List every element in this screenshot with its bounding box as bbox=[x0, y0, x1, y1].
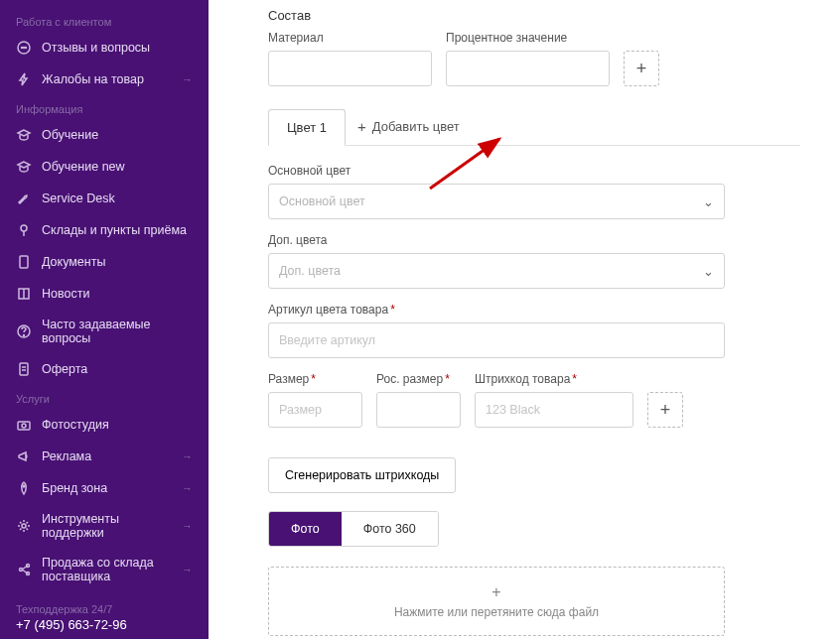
sidebar-item-label: Продажа со склада поставщика bbox=[42, 556, 182, 583]
arrow-right-icon: → bbox=[182, 450, 193, 462]
grad-icon bbox=[16, 159, 32, 175]
svg-point-12 bbox=[22, 424, 26, 428]
tab-photo360[interactable]: Фото 360 bbox=[342, 512, 438, 546]
sidebar-item-label: Фотостудия bbox=[42, 418, 193, 432]
extra-color-placeholder: Доп. цвета bbox=[279, 264, 341, 278]
add-color-button[interactable]: + Добавить цвет bbox=[346, 108, 472, 145]
sidebar-item[interactable]: Инструменты поддержки→ bbox=[0, 504, 209, 548]
arrow-right-icon: → bbox=[182, 73, 193, 85]
photo-tabs: Фото Фото 360 bbox=[268, 511, 439, 547]
dropzone-label: Нажмите или перетяните сюда файл bbox=[394, 605, 599, 619]
sidebar-item-label: Обучение new bbox=[42, 160, 193, 174]
percent-label: Процентное значение bbox=[446, 31, 610, 45]
doc-icon bbox=[16, 254, 32, 270]
sidebar-item[interactable]: Оферта bbox=[0, 353, 209, 385]
support-phone: +7 (495) 663-72-96 bbox=[16, 617, 193, 632]
sidebar-section-title: Услуги bbox=[0, 385, 209, 409]
grad-icon bbox=[16, 127, 32, 143]
arrow-right-icon: → bbox=[182, 564, 193, 575]
gear-icon bbox=[16, 518, 32, 534]
sidebar-item-label: Service Desk bbox=[42, 192, 193, 205]
book-icon bbox=[16, 286, 32, 302]
barcode-label: Штрихкод товара* bbox=[475, 372, 633, 386]
sku-label: Артикул цвета товара* bbox=[268, 303, 725, 317]
size-label: Размер* bbox=[268, 372, 362, 386]
chevron-down-icon: ⌄ bbox=[703, 264, 714, 279]
add-size-button[interactable]: + bbox=[647, 392, 683, 428]
sidebar-item[interactable]: Часто задаваемые вопросы bbox=[0, 310, 209, 353]
color-tabs: Цвет 1 + Добавить цвет bbox=[268, 108, 800, 146]
sidebar-item-label: Новости bbox=[42, 287, 193, 301]
sidebar-item-label: Бренд зона bbox=[42, 481, 182, 495]
sidebar-item-label: Жалобы на товар bbox=[42, 72, 182, 86]
sidebar-item-label: Обучение bbox=[42, 128, 193, 142]
sidebar-item[interactable]: Обучение bbox=[0, 119, 209, 151]
extra-color-select[interactable]: Доп. цвета ⌄ bbox=[268, 253, 725, 289]
svg-point-1 bbox=[22, 48, 23, 49]
percent-input[interactable] bbox=[446, 51, 610, 86]
svg-point-3 bbox=[26, 48, 27, 49]
add-material-button[interactable]: + bbox=[624, 51, 659, 86]
sidebar-item[interactable]: Жалобы на товар→ bbox=[0, 64, 209, 95]
sidebar-item-label: Реклама bbox=[42, 449, 182, 463]
sidebar-item-label: Отзывы и вопросы bbox=[42, 41, 193, 55]
main-content: Состав Материал Процентное значение + Цв… bbox=[209, 0, 840, 639]
svg-point-4 bbox=[21, 225, 27, 231]
sidebar-item[interactable]: Обучение new bbox=[0, 151, 209, 183]
rus-size-input[interactable] bbox=[376, 392, 461, 428]
svg-point-14 bbox=[22, 524, 26, 528]
question-icon bbox=[16, 323, 32, 339]
photo-dropzone[interactable]: + Нажмите или перетяните сюда файл bbox=[268, 567, 725, 636]
sidebar-item-label: Оферта bbox=[42, 362, 193, 376]
base-color-label: Основной цвет bbox=[268, 164, 725, 178]
tab-photo[interactable]: Фото bbox=[269, 512, 342, 546]
wrench-icon bbox=[16, 191, 32, 206]
plus-icon: + bbox=[357, 118, 366, 135]
tab-color-1[interactable]: Цвет 1 bbox=[268, 109, 346, 146]
sidebar-item[interactable]: Фотостудия bbox=[0, 409, 209, 441]
material-input[interactable] bbox=[268, 51, 432, 86]
sidebar-item-label: Склады и пункты приёма bbox=[42, 223, 193, 237]
svg-rect-11 bbox=[18, 422, 30, 430]
sidebar-item-label: Инструменты поддержки bbox=[42, 512, 182, 540]
material-label: Материал bbox=[268, 31, 432, 45]
sidebar-section-title: Информация bbox=[0, 95, 209, 119]
svg-point-2 bbox=[24, 48, 25, 49]
sidebar-item[interactable]: Документы bbox=[0, 246, 209, 278]
svg-point-15 bbox=[20, 569, 23, 572]
sidebar-item[interactable]: Склады и пункты приёма bbox=[0, 214, 209, 246]
svg-rect-8 bbox=[20, 363, 28, 375]
arrow-right-icon: → bbox=[182, 482, 193, 494]
bolt-icon bbox=[16, 71, 32, 87]
camera-icon bbox=[16, 417, 32, 433]
sidebar-item-label: Часто задаваемые вопросы bbox=[42, 318, 193, 345]
support-label: Техподдержка 24/7 bbox=[16, 603, 193, 615]
sidebar-footer: Техподдержка 24/7 +7 (495) 663-72-96 bbox=[0, 591, 209, 632]
sku-input[interactable] bbox=[268, 322, 725, 358]
sidebar-item[interactable]: Бренд зона→ bbox=[0, 472, 209, 504]
generate-barcodes-button[interactable]: Сгенерировать штрихкоды bbox=[268, 457, 456, 493]
base-color-placeholder: Основной цвет bbox=[279, 194, 365, 208]
chevron-down-icon: ⌄ bbox=[703, 194, 714, 209]
sidebar-item-label: Документы bbox=[42, 255, 193, 269]
extra-color-label: Доп. цвета bbox=[268, 233, 725, 247]
plus-icon: + bbox=[491, 583, 500, 601]
sidebar-item[interactable]: Реклама→ bbox=[0, 441, 209, 472]
sidebar-item[interactable]: Новости bbox=[0, 278, 209, 310]
size-input[interactable] bbox=[268, 392, 362, 428]
rocket-icon bbox=[16, 480, 32, 496]
arrow-right-icon: → bbox=[182, 520, 193, 532]
sidebar-item[interactable]: Отзывы и вопросы bbox=[0, 32, 209, 64]
svg-point-13 bbox=[23, 485, 25, 487]
svg-rect-5 bbox=[20, 256, 28, 268]
share-icon bbox=[16, 562, 32, 577]
composition-title: Состав bbox=[268, 8, 800, 23]
sidebar-item[interactable]: Service Desk bbox=[0, 183, 209, 214]
sidebar-section-title: Работа с клиентом bbox=[0, 8, 209, 32]
megaphone-icon bbox=[16, 448, 32, 464]
barcode-input[interactable] bbox=[475, 392, 633, 428]
svg-point-7 bbox=[24, 335, 25, 336]
chat-icon bbox=[16, 40, 32, 56]
base-color-select[interactable]: Основной цвет ⌄ bbox=[268, 184, 725, 219]
sidebar-item[interactable]: Продажа со склада поставщика→ bbox=[0, 548, 209, 591]
